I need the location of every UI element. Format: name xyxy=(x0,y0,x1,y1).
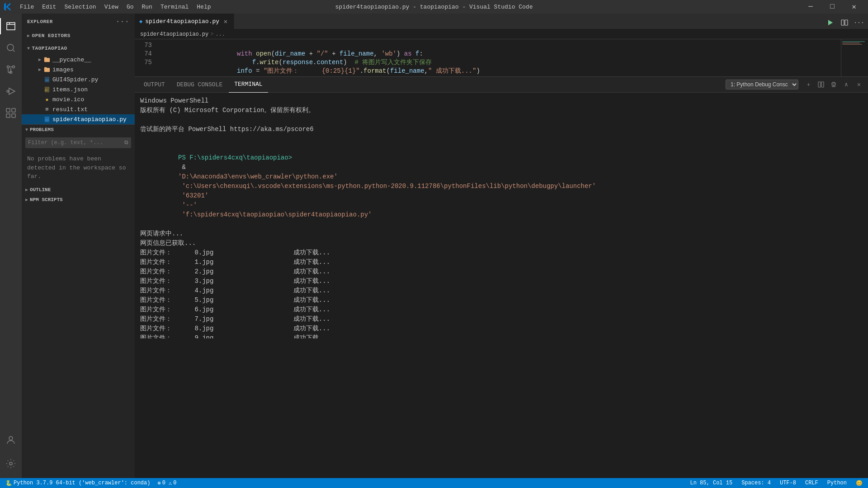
tab-debug-console[interactable]: DEBUG CONSOLE xyxy=(171,77,228,93)
window-controls: ─ □ ✕ xyxy=(800,0,864,14)
encoding-text: UTF-8 xyxy=(780,480,796,486)
activity-extensions[interactable] xyxy=(0,102,22,124)
eol-text: CRLF xyxy=(805,480,818,486)
filter-input[interactable] xyxy=(28,140,124,146)
close-panel-button[interactable]: ✕ xyxy=(854,79,864,90)
menu-selection[interactable]: Selection xyxy=(61,3,99,11)
tab-close-button[interactable]: ✕ xyxy=(222,18,229,25)
open-editors-header[interactable]: ▶ Open Editors xyxy=(22,29,135,42)
run-button[interactable] xyxy=(824,16,836,29)
svg-rect-6 xyxy=(12,108,15,112)
problems-header[interactable]: ▼ PROBLEMS xyxy=(22,125,135,135)
tree-gui4spider[interactable]: ▶ py GUI4Spider.py xyxy=(22,75,135,84)
txt-file-icon: ≡ xyxy=(43,106,51,113)
gui4spider-label: GUI4Spider.py xyxy=(52,76,133,83)
add-terminal-button[interactable]: ＋ xyxy=(803,79,814,90)
svg-text:py: py xyxy=(46,78,49,82)
tree-pycache[interactable]: ▶ __pycache__ xyxy=(22,55,135,65)
terminal-content[interactable]: Windows PowerShell 版权所有 (C) Microsoft Co… xyxy=(135,93,868,338)
vscode-icon xyxy=(4,2,13,11)
code-content[interactable]: with open(dir_name + "/" + file_name, 'w… xyxy=(157,39,841,76)
activity-account[interactable] xyxy=(0,429,22,451)
folder-images-icon xyxy=(43,66,51,73)
status-spaces[interactable]: Spaces: 4 xyxy=(740,478,773,488)
language-text: Python xyxy=(827,480,847,486)
npm-scripts-header[interactable]: ▶ NPM SCRIPTS xyxy=(22,195,135,205)
status-feedback[interactable]: 😊 xyxy=(854,478,864,488)
breadcrumb-sep: > xyxy=(210,31,213,38)
menu-terminal[interactable]: Terminal xyxy=(157,3,192,11)
images-label: images xyxy=(52,66,133,73)
delete-terminal-button[interactable] xyxy=(828,79,839,90)
tree-images[interactable]: ▶ images xyxy=(22,65,135,75)
active-py-file-icon: py xyxy=(43,116,51,123)
activity-scm[interactable] xyxy=(0,59,22,80)
tab-spider4taopiaopiao[interactable]: ◆ spider4taopiaopiao.py ✕ xyxy=(135,14,234,29)
tree-items-json[interactable]: ▶ {} items.json xyxy=(22,84,135,94)
status-errors[interactable]: ⊗ 0 ⚠ 0 xyxy=(156,478,178,488)
tab-output[interactable]: OUTPUT xyxy=(138,77,170,93)
terminal-python-path: 'D:\Anaconda3\envs\web_crawler\python.ex… xyxy=(178,173,338,180)
terminal-empty1 xyxy=(140,115,863,125)
terminal-sep: '--' xyxy=(178,202,197,209)
status-python-version[interactable]: 🐍 Python 3.7.9 64-bit ('web_crawler': co… xyxy=(4,478,152,488)
terminal-console-select[interactable]: 1: Python Debug Consc xyxy=(726,80,798,89)
spaces-text: Spaces: 4 xyxy=(741,480,771,486)
terminal-dl-9: 图片文件： 9.jpg 成功下载... xyxy=(140,333,863,338)
maximize-panel-button[interactable]: ∧ xyxy=(841,79,852,90)
terminal-try-line: 尝试新的跨平台 PowerShell https://aka.ms/pscore… xyxy=(140,125,863,134)
terminal-web-req: 网页请求中... xyxy=(140,229,863,239)
activity-search[interactable] xyxy=(0,37,22,59)
split-editor-button[interactable] xyxy=(838,16,851,29)
titlebar: File Edit Selection View Go Run Terminal… xyxy=(0,0,868,14)
tab-terminal[interactable]: TERMINAL xyxy=(229,77,268,93)
terminal-dl-0: 图片文件： 0.jpg 成功下载... xyxy=(140,248,863,258)
menu-view[interactable]: View xyxy=(101,3,122,11)
menu-edit[interactable]: Edit xyxy=(38,3,60,11)
svg-rect-19 xyxy=(818,82,821,87)
terminal-command: PS F:\spiders4cxq\taopiaopiao> & 'D:\Ana… xyxy=(140,144,863,229)
explorer-more-button[interactable]: ··· xyxy=(116,18,129,26)
menu-go[interactable]: Go xyxy=(123,3,137,11)
menu-run[interactable]: Run xyxy=(138,3,156,11)
py-file-icon: py xyxy=(43,76,51,83)
close-button[interactable]: ✕ xyxy=(844,0,864,14)
tree-result-txt[interactable]: ▶ ≡ result.txt xyxy=(22,104,135,114)
ln-col-text: Ln 85, Col 15 xyxy=(690,480,733,486)
status-language[interactable]: Python xyxy=(826,478,849,488)
terminal-port: '63201' xyxy=(178,192,208,199)
maximize-button[interactable]: □ xyxy=(822,0,843,14)
activity-run[interactable] xyxy=(0,80,22,102)
activity-settings[interactable] xyxy=(0,453,22,474)
svg-rect-17 xyxy=(841,20,844,25)
breadcrumb-dots[interactable]: ... xyxy=(215,31,225,38)
problems-label: PROBLEMS xyxy=(30,127,54,132)
svg-text:py: py xyxy=(46,118,49,122)
spider4taopiaopiao-label: spider4taopiaopiao.py xyxy=(52,116,133,123)
activity-explorer[interactable] xyxy=(0,15,22,37)
more-actions-button[interactable]: ··· xyxy=(853,16,865,29)
main-area: Explorer ··· ▶ Open Editors ▼ TAOPIAOPIA… xyxy=(0,14,868,478)
minimize-button[interactable]: ─ xyxy=(800,0,821,14)
status-ln-col[interactable]: Ln 85, Col 15 xyxy=(689,478,735,488)
split-terminal-button[interactable] xyxy=(816,79,826,90)
svg-rect-20 xyxy=(821,82,824,87)
warn-count: 0 xyxy=(173,480,176,486)
status-encoding[interactable]: UTF-8 xyxy=(778,478,798,488)
code-editor[interactable]: 73 74 75 with open(dir_name + "/" + file… xyxy=(135,39,841,76)
filter-box[interactable]: ⧉ xyxy=(25,137,131,148)
tree-movie-ico[interactable]: ▶ ★ movie.ico xyxy=(22,94,135,104)
outline-label: OUTLINE xyxy=(30,187,51,192)
breadcrumb-file[interactable]: spider4taopiaopiao.py xyxy=(140,31,208,38)
workspace-header[interactable]: ▼ TAOPIAOPIAO xyxy=(22,42,135,55)
svg-point-4 xyxy=(7,90,9,92)
tree-spider4taopiaopiao[interactable]: ▶ py spider4taopiaopiao.py xyxy=(22,114,135,124)
terminal-panel: OUTPUT DEBUG CONSOLE TERMINAL 1: Python … xyxy=(135,76,868,338)
terminal-dl-7: 图片文件： 7.jpg 成功下载... xyxy=(140,314,863,324)
status-eol[interactable]: CRLF xyxy=(803,478,820,488)
menu-file[interactable]: File xyxy=(16,3,38,11)
svg-point-0 xyxy=(7,44,14,51)
terminal-empty2 xyxy=(140,134,863,144)
menu-help[interactable]: Help xyxy=(193,3,214,11)
outline-header[interactable]: ▶ OUTLINE xyxy=(22,185,135,195)
